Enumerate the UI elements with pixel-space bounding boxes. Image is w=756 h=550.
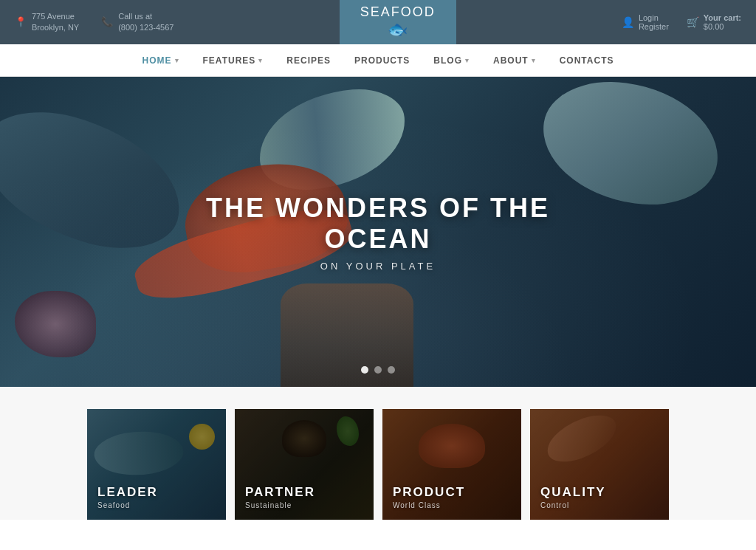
nav-blog[interactable]: BLOG ▾ xyxy=(422,44,481,77)
card-product-subtitle: World Class xyxy=(393,501,465,509)
nav-recipes[interactable]: RECIPES xyxy=(275,44,343,77)
register-link[interactable]: Register xyxy=(639,22,669,31)
card-quality-content: QUALITY Control xyxy=(540,485,606,509)
logo-fish-icon: 🐟 xyxy=(388,20,408,39)
slide-dot-3[interactable] xyxy=(388,366,395,374)
card-partner-subtitle: Sustainable xyxy=(245,501,315,509)
card-quality-title: QUALITY xyxy=(540,485,606,500)
nav-products[interactable]: PRODUCTS xyxy=(343,44,422,77)
top-bar-left: 📍 775 Avenue Brooklyn, NY 📞 Call us at (… xyxy=(15,11,173,34)
cart-info: Your cart: $0.00 xyxy=(704,13,741,31)
login-links: Login Register xyxy=(639,13,669,31)
login-area: 👤 Login Register xyxy=(622,13,669,31)
card-product-content: PRODUCT World Class xyxy=(393,485,465,509)
card-leader-content: LEADER Seafood xyxy=(97,485,158,509)
cards-section: LEADER Seafood PARTNER Sustainable PRODU… xyxy=(0,387,756,520)
hero-text-block: THE WONDERS OF THE OCEAN ON YOUR PLATE xyxy=(189,193,567,272)
card-product-title: PRODUCT xyxy=(393,485,465,500)
login-link[interactable]: Login xyxy=(639,13,669,22)
logo[interactable]: SEAFOOD 🐟 xyxy=(340,0,456,44)
hero-dots xyxy=(361,366,395,374)
card-product[interactable]: PRODUCT World Class xyxy=(382,409,521,520)
card-partner-title: PARTNER xyxy=(245,485,315,500)
card-leader-subtitle: Seafood xyxy=(97,501,158,509)
nav-contacts[interactable]: CONTACTS xyxy=(548,44,626,77)
card-leader-title: LEADER xyxy=(97,485,158,500)
top-bar: 📍 775 Avenue Brooklyn, NY 📞 Call us at (… xyxy=(0,0,756,44)
card-partner-content: PARTNER Sustainable xyxy=(245,485,315,509)
card-quality-subtitle: Control xyxy=(540,501,606,509)
card-leader[interactable]: LEADER Seafood xyxy=(87,409,226,520)
hero-subtitle: ON YOUR PLATE xyxy=(189,261,567,272)
nav-features[interactable]: FEATURES ▾ xyxy=(191,44,275,77)
cart-icon: 🛒 xyxy=(687,16,699,28)
main-nav: HOME ▾ FEATURES ▾ RECIPES PRODUCTS BLOG … xyxy=(0,44,756,77)
logo-text: SEAFOOD xyxy=(360,5,436,18)
chevron-down-icon: ▾ xyxy=(175,57,179,64)
top-bar-right: 👤 Login Register 🛒 Your cart: $0.00 xyxy=(622,13,741,31)
slide-dot-1[interactable] xyxy=(361,366,368,374)
nav-home[interactable]: HOME ▾ xyxy=(131,44,191,77)
address-info: 📍 775 Avenue Brooklyn, NY xyxy=(15,11,79,34)
nav-about[interactable]: ABOUT ▾ xyxy=(481,44,548,77)
phone-text: Call us at (800) 123-4567 xyxy=(118,11,173,34)
card-partner[interactable]: PARTNER Sustainable xyxy=(235,409,374,520)
chevron-down-icon: ▾ xyxy=(532,57,536,64)
hero-section: THE WONDERS OF THE OCEAN ON YOUR PLATE xyxy=(0,77,756,387)
phone-info: 📞 Call us at (800) 123-4567 xyxy=(101,11,173,34)
chevron-down-icon: ▾ xyxy=(258,57,263,64)
slide-dot-2[interactable] xyxy=(374,366,382,374)
user-icon: 👤 xyxy=(622,16,634,28)
hero-title: THE WONDERS OF THE OCEAN xyxy=(189,193,567,255)
card-quality[interactable]: QUALITY Control xyxy=(530,409,669,520)
cart-area[interactable]: 🛒 Your cart: $0.00 xyxy=(687,13,741,31)
location-icon: 📍 xyxy=(15,16,27,29)
phone-icon: 📞 xyxy=(101,16,113,29)
chevron-down-icon: ▾ xyxy=(465,57,470,64)
address-text: 775 Avenue Brooklyn, NY xyxy=(32,11,79,34)
